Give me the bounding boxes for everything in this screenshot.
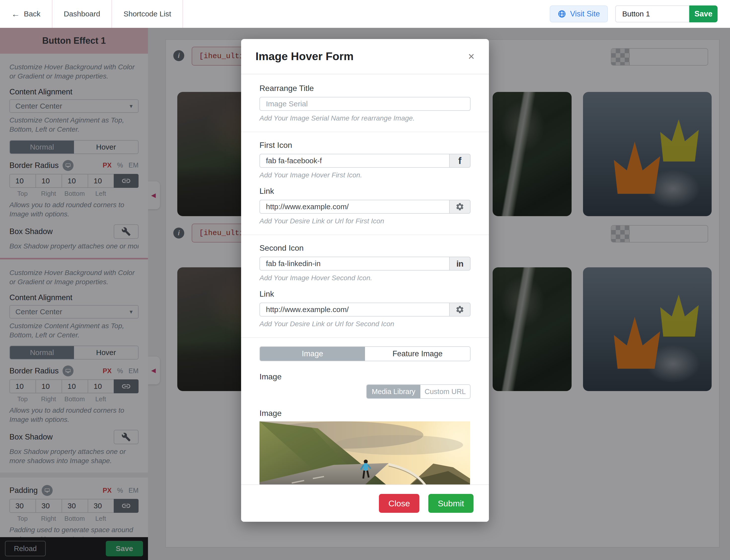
- visit-site-button[interactable]: Visit Site: [550, 5, 608, 22]
- globe-icon: [558, 10, 566, 18]
- tab-image[interactable]: Image: [260, 347, 365, 361]
- rearrange-title-input[interactable]: [260, 97, 470, 111]
- gear-icon[interactable]: [450, 200, 470, 214]
- media-library-tab[interactable]: Media Library: [367, 385, 420, 398]
- modal-title: Image Hover Form: [256, 50, 354, 63]
- top-toolbar: ← Back Dashboard Shortcode List Visit Si…: [0, 0, 730, 28]
- section-divider: [241, 235, 489, 235]
- second-icon-label: Second Icon: [260, 243, 470, 253]
- modal-footer: Close Submit: [241, 484, 489, 522]
- facebook-icon[interactable]: f: [450, 154, 470, 168]
- arrow-left-icon: ←: [11, 9, 20, 19]
- gear-icon[interactable]: [450, 303, 470, 317]
- image-source-tabs: Image Feature Image: [260, 346, 470, 361]
- second-link-input[interactable]: [260, 303, 450, 317]
- first-icon-input[interactable]: [260, 154, 450, 168]
- close-button[interactable]: Close: [379, 494, 419, 513]
- shortcode-name-input[interactable]: [615, 5, 689, 22]
- first-link-input[interactable]: [260, 200, 450, 214]
- media-source-toggle: Media Library Custom URL: [366, 384, 470, 399]
- back-button[interactable]: ← Back: [0, 0, 52, 28]
- second-icon-input[interactable]: [260, 257, 450, 271]
- section-divider: [241, 337, 489, 338]
- second-link-label: Link: [260, 289, 470, 299]
- image-hover-form-modal: Image Hover Form × Rearrange Title Add Y…: [241, 39, 489, 522]
- second-icon-help: Add Your Image Hover Second Icon.: [260, 274, 470, 282]
- back-label: Back: [24, 10, 40, 18]
- tab-feature-image[interactable]: Feature Image: [365, 347, 470, 361]
- rearrange-title-label: Rearrange Title: [260, 84, 470, 93]
- modal-header: Image Hover Form ×: [241, 39, 489, 74]
- first-icon-label: First Icon: [260, 141, 470, 150]
- toolbar-save-button[interactable]: Save: [689, 5, 718, 22]
- custom-url-tab[interactable]: Custom URL: [420, 385, 470, 398]
- tab-dashboard[interactable]: Dashboard: [52, 0, 112, 28]
- close-icon[interactable]: ×: [468, 51, 474, 62]
- second-link-help: Add Your Desire Link or Url for Second I…: [260, 320, 470, 328]
- visit-site-label: Visit Site: [570, 9, 600, 18]
- image-section-label: Image: [260, 372, 470, 381]
- modal-body: Rearrange Title Add Your Image Serial Na…: [241, 74, 489, 514]
- image-preview-label: Image: [260, 409, 470, 418]
- first-link-help: Add Your Desire Link or Url for First Ic…: [260, 217, 470, 225]
- linkedin-icon[interactable]: in: [450, 257, 470, 271]
- coastal-road-image: [260, 421, 470, 495]
- rearrange-title-help: Add Your Image Serial Name for rearrange…: [260, 114, 470, 122]
- first-icon-help: Add Your Image Hover First Icon.: [260, 171, 470, 179]
- image-preview[interactable]: [260, 421, 470, 495]
- submit-button[interactable]: Submit: [428, 494, 473, 513]
- section-divider: [241, 132, 489, 132]
- tab-shortcode-list[interactable]: Shortcode List: [112, 0, 183, 28]
- first-link-label: Link: [260, 187, 470, 196]
